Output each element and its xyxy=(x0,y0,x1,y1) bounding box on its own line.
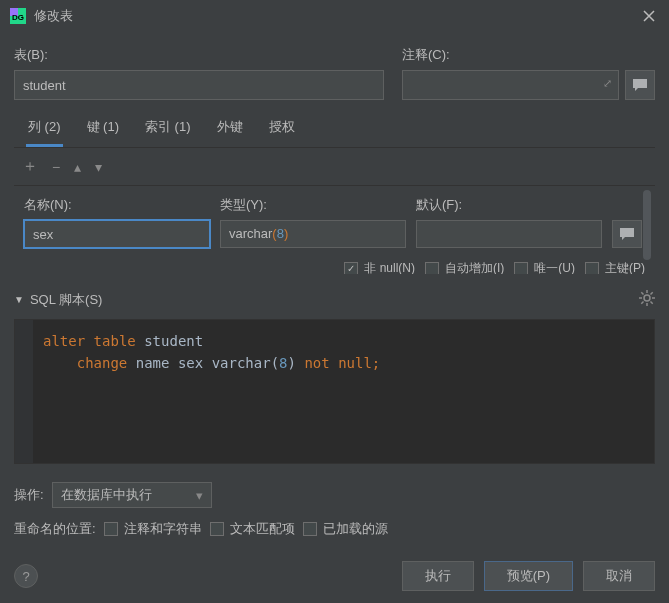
sql-script-label: SQL 脚本(S) xyxy=(30,291,102,309)
col-default-label: 默认(F): xyxy=(416,196,602,214)
tab-keys[interactable]: 键 (1) xyxy=(85,110,122,147)
move-up-icon[interactable]: ▴ xyxy=(74,159,81,175)
svg-text:DG: DG xyxy=(12,13,24,22)
move-down-icon[interactable]: ▾ xyxy=(95,159,102,175)
rename-comments-checkbox[interactable] xyxy=(104,522,118,536)
action-select[interactable]: 在数据库中执行 xyxy=(52,482,212,508)
comment-action-button[interactable] xyxy=(625,70,655,100)
autoinc-checkbox[interactable] xyxy=(425,262,439,275)
primary-checkbox[interactable] xyxy=(585,262,599,275)
rename-text-checkbox[interactable] xyxy=(210,522,224,536)
col-comment-button[interactable] xyxy=(612,220,642,248)
svg-point-3 xyxy=(644,295,650,301)
speech-icon xyxy=(632,78,648,92)
svg-line-8 xyxy=(641,292,643,294)
col-type-input[interactable]: varchar(8) xyxy=(220,220,406,248)
comment-input[interactable]: ⤢ xyxy=(402,70,619,100)
app-icon: DG xyxy=(10,8,26,24)
execute-button[interactable]: 执行 xyxy=(402,561,474,591)
tab-columns[interactable]: 列 (2) xyxy=(26,110,63,147)
speech-icon xyxy=(619,227,635,241)
options: 操作: 在数据库中执行 重命名的位置: 注释和字符串 文本匹配项 已加载的源 xyxy=(14,482,655,538)
rename-pos-label: 重命名的位置: xyxy=(14,520,96,538)
col-name-input[interactable] xyxy=(24,220,210,248)
window-title: 修改表 xyxy=(34,7,639,25)
action-label: 操作: xyxy=(14,486,44,504)
col-name-label: 名称(N): xyxy=(24,196,210,214)
rename-loaded-checkbox[interactable] xyxy=(303,522,317,536)
remove-icon[interactable]: − xyxy=(52,159,60,175)
svg-line-11 xyxy=(651,292,653,294)
column-toolbar: ＋ − ▴ ▾ xyxy=(14,148,655,185)
sql-editor[interactable]: alter table student change name sex varc… xyxy=(14,319,655,464)
col-default-input[interactable] xyxy=(416,220,602,248)
table-name-input[interactable] xyxy=(14,70,384,100)
footer: ? 执行 预览(P) 取消 xyxy=(0,549,669,603)
sql-code: alter table student change name sex varc… xyxy=(43,330,648,374)
scrollbar[interactable] xyxy=(643,190,651,260)
preview-button[interactable]: 预览(P) xyxy=(484,561,573,591)
col-type-label: 类型(Y): xyxy=(220,196,406,214)
columns-panel: 名称(N): 类型(Y): varchar(8) 默认(F): 非 null(N… xyxy=(14,185,655,274)
svg-line-10 xyxy=(641,302,643,304)
tab-indexes[interactable]: 索引 (1) xyxy=(143,110,193,147)
svg-line-9 xyxy=(651,302,653,304)
tab-foreign-keys[interactable]: 外键 xyxy=(215,110,245,147)
table-label: 表(B): xyxy=(14,46,384,64)
editor-gutter xyxy=(15,320,33,463)
add-icon[interactable]: ＋ xyxy=(22,156,38,177)
tab-grants[interactable]: 授权 xyxy=(267,110,297,147)
column-flags-row: 非 null(N) 自动增加(I) 唯一(U) 主键(P) xyxy=(20,254,649,274)
close-icon xyxy=(643,10,655,22)
gear-icon[interactable] xyxy=(639,290,655,309)
sql-section: ▼ SQL 脚本(S) alter table student change n… xyxy=(14,286,655,464)
notnull-checkbox[interactable] xyxy=(344,262,358,275)
titlebar: DG 修改表 xyxy=(0,0,669,32)
unique-checkbox[interactable] xyxy=(514,262,528,275)
chevron-down-icon[interactable]: ▼ xyxy=(14,294,24,305)
cancel-button[interactable]: 取消 xyxy=(583,561,655,591)
comment-label: 注释(C): xyxy=(402,46,655,64)
close-button[interactable] xyxy=(639,6,659,26)
tabs: 列 (2) 键 (1) 索引 (1) 外键 授权 xyxy=(14,110,655,148)
expand-icon[interactable]: ⤢ xyxy=(603,77,612,90)
help-button[interactable]: ? xyxy=(14,564,38,588)
